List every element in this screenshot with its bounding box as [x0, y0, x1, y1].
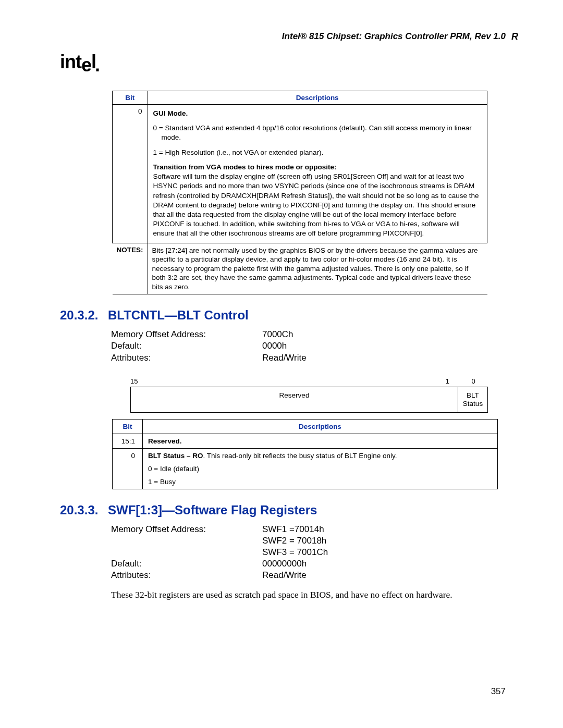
section-title-1: BLTCNTL—BLT Control [108, 308, 249, 322]
table2-r1-bit: 15:1 [113, 434, 143, 449]
section-num-2: 20.3.3. [60, 503, 108, 517]
blt-busy-line: 1 = Busy [148, 478, 492, 486]
bitmap-num-1: 1 [433, 377, 459, 385]
bit-description-table-1: Bit Descriptions 0 GUI Mode. 0 = Standar… [112, 91, 487, 294]
notes-text: Bits [27:24] are not normally used by th… [148, 243, 487, 294]
section-num-1: 20.3.2. [60, 308, 108, 323]
attributes-value-2: Read/Write [262, 570, 307, 581]
section-heading-bltcntl: 20.3.2.BLTCNTL—BLT Control [60, 308, 506, 323]
bitmap-num-15: 15 [130, 377, 143, 385]
default-value-2: 00000000h [262, 558, 307, 570]
logo-text-pre: int [60, 51, 81, 72]
default-label-2: Default: [111, 558, 262, 570]
table2-r2-bit: 0 [113, 449, 143, 489]
mem-offset-v3: SWF3 = 7001Ch [262, 547, 328, 558]
attributes-label-1: Attributes: [111, 352, 262, 364]
bitmap-cell-blt: BLT Status [458, 387, 487, 412]
table1-row-desc: GUI Mode. 0 = Standard VGA and extended … [148, 105, 487, 243]
attributes-value-1: Read/Write [262, 352, 307, 364]
swf-body-paragraph: These 32-bit registers are used as scrat… [111, 589, 506, 600]
mem-offset-label-1: Memory Offset Address: [111, 329, 262, 340]
default-label-1: Default: [111, 340, 262, 352]
logo-dot: . [95, 54, 100, 76]
mem-offset-label-2: Memory Offset Address: [111, 524, 262, 535]
bltcntl-attributes: Memory Offset Address:7000Ch Default:000… [111, 329, 506, 363]
mem-offset-value-1: 7000Ch [262, 329, 293, 340]
table2-r1-desc: Reserved. [143, 434, 498, 449]
section-heading-swf: 20.3.3.SWF[1:3]—Software Flag Registers [60, 503, 506, 517]
blt-idle-line: 0 = Idle (default) [148, 465, 492, 473]
table2-r2-desc: BLT Status – RO. This read-only bit refl… [143, 449, 498, 489]
bltcntl-bitmap: 15 1 0 Reserved BLT Status [130, 377, 488, 413]
table1-row-bit: 0 [113, 105, 148, 243]
logo-text-e: e [81, 54, 91, 76]
bitmap-num-0: 0 [459, 377, 488, 385]
transition-title: Transition from VGA modes to hires mode … [153, 163, 337, 171]
notes-label: NOTES: [113, 243, 148, 294]
attributes-label-2: Attributes: [111, 570, 262, 581]
gui-mode-title: GUI Mode. [153, 109, 188, 117]
section-title-2: SWF[1:3]—Software Flag Registers [108, 503, 317, 517]
transition-body: Software will turn the display engine of… [153, 172, 479, 237]
blt-status-bold: BLT Status – RO [148, 452, 203, 460]
default-value-1: 0000h [262, 340, 287, 352]
table2-header-desc: Descriptions [143, 419, 498, 434]
table1-header-desc: Descriptions [148, 91, 487, 105]
bitmap-cell-reserved: Reserved [131, 387, 458, 412]
page-header: Intel® 815 Chipset: Graphics Controller … [60, 31, 506, 42]
page-r-marker: R [511, 31, 518, 42]
blt-status-rest: . This read-only bit reflects the busy s… [203, 452, 397, 460]
page-number: 357 [491, 686, 506, 697]
mem-offset-v1: SWF1 =70014h [262, 524, 324, 535]
mem-offset-v2: SWF2 = 70018h [262, 535, 326, 547]
gui-mode-line1: 1 = High Resolution (i.e., not VGA or ex… [153, 148, 482, 157]
gui-mode-line0a: 0 = Standard VGA and extended 4 bpp/16 c… [153, 124, 472, 132]
bit-description-table-2: Bit Descriptions 15:1 Reserved. 0 BLT St… [112, 419, 498, 489]
table1-header-bit: Bit [113, 91, 148, 105]
intel-logo: intel. [60, 51, 506, 73]
table2-header-bit: Bit [113, 419, 143, 434]
swf-attributes: Memory Offset Address:SWF1 =70014h SWF2 … [111, 524, 506, 581]
reserved-bold: Reserved. [148, 437, 182, 445]
gui-mode-line0b: mode. [153, 133, 482, 142]
